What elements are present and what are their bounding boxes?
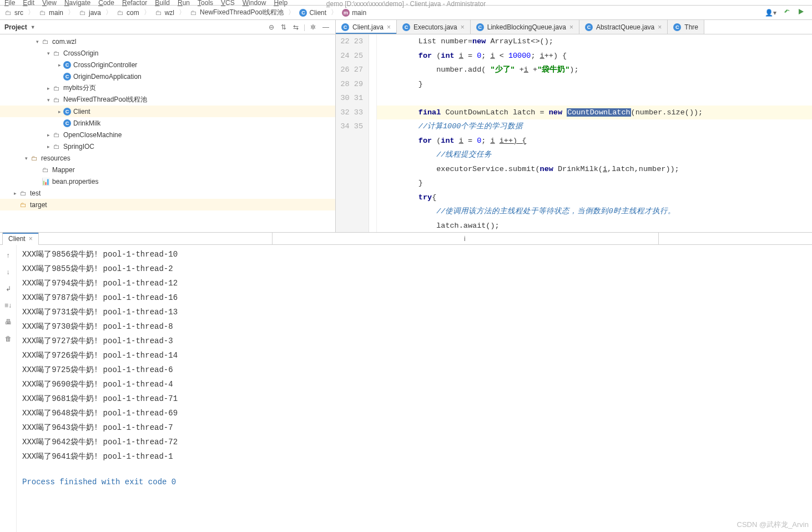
menubar: demo [D:\xxxx\xxxx\demo] - Client.java -… (0, 0, 812, 6)
editor-tab-linkedblockingqueue-java[interactable]: CLinkedBlockingQueue.java× (471, 20, 579, 34)
tree-item-origindemoapplication[interactable]: COriginDemoApplication (0, 71, 335, 82)
editor-tab-abstractqueue-java[interactable]: CAbstractQueue.java× (579, 20, 668, 34)
down-arrow-icon[interactable]: ↓ (2, 266, 14, 278)
class-icon: C (476, 23, 484, 31)
tree-label: DrinkMilk (73, 119, 100, 127)
chevron-right-icon: 〉 (331, 8, 337, 17)
tree-item-springioc[interactable]: ▸🗀SpringIOC (0, 140, 335, 152)
console-line: XXX喝了9855袋牛奶! pool-1-thread-2 (22, 262, 806, 276)
status-char: i (464, 235, 466, 243)
user-icon[interactable]: 👤▾ (765, 9, 776, 17)
tree-item-drinkmilk[interactable]: CDrinkMilk (0, 117, 335, 129)
console-output[interactable]: XXX喝了9856袋牛奶! pool-1-thread-10XXX喝了9855袋… (17, 245, 812, 532)
editor-body[interactable]: 22 23 24 25 26 27 28 29 30 31 32 33 34 3… (336, 34, 812, 232)
editor-tab-thre[interactable]: CThre (668, 20, 704, 34)
collapse-icon[interactable]: ⊖ (267, 23, 276, 31)
folder-icon: 🗀 (39, 9, 47, 17)
console-line: XXX喝了9787袋牛奶! pool-1-thread-16 (22, 290, 806, 305)
expand-icon[interactable]: ⇅ (279, 23, 288, 31)
console-line: XXX喝了9725袋牛奶! pool-1-thread-6 (22, 363, 806, 377)
close-icon[interactable]: × (658, 23, 662, 31)
tree-item-crossorigincontroller[interactable]: ▸CCrossOriginController (0, 59, 335, 71)
delete-icon[interactable]: 🗑 (2, 333, 14, 345)
editor-tabs: CClient.java×CExecutors.java×CLinkedBloc… (336, 20, 812, 34)
breadcrumb-java[interactable]: 🗀java (78, 9, 102, 17)
dropdown-icon[interactable]: ▼ (31, 24, 36, 30)
tree-item-resources[interactable]: ▾🗀resources (0, 152, 335, 164)
tab-label: Client.java (352, 23, 384, 31)
soft-wrap-icon[interactable]: ↲ (2, 283, 14, 295)
breadcrumb-main[interactable]: mmain (341, 9, 367, 17)
expand-arrow-icon[interactable]: ▸ (56, 62, 63, 68)
tab-label: AbstractQueue.java (596, 23, 654, 31)
expand-arrow-icon[interactable]: ▾ (33, 39, 41, 44)
tree-label: CrossOrigin (63, 49, 98, 57)
breadcrumb-com[interactable]: 🗀com (115, 9, 140, 17)
expand-arrow-icon[interactable]: ▸ (44, 132, 52, 138)
tree-item-target[interactable]: 🗀target (0, 199, 335, 210)
method-icon: m (342, 9, 350, 17)
tree-label: NewFixedThreadPool线程池 (63, 95, 147, 104)
tree-item-client[interactable]: ▸CClient (0, 106, 335, 117)
run-icon[interactable] (798, 8, 804, 17)
breadcrumb-wzl[interactable]: 🗀wzl (154, 9, 175, 17)
tree-item-newfixedthreadpool-[interactable]: ▾🗀NewFixedThreadPool线程池 (0, 94, 335, 106)
breadcrumb-newfixedthreadpool线程池[interactable]: 🗀NewFixedThreadPool线程池 (189, 8, 285, 17)
expand-arrow-icon[interactable]: ▸ (44, 86, 52, 91)
tree-label: com.wzl (52, 38, 76, 46)
close-icon[interactable]: × (29, 235, 33, 243)
breadcrumb-client[interactable]: CClient (298, 9, 327, 17)
tree-item-crossorigin[interactable]: ▾🗀CrossOrigin (0, 47, 335, 59)
folder-icon: 🗀 (155, 9, 163, 17)
hammer-icon[interactable] (783, 8, 791, 17)
fold-gutter[interactable] (369, 34, 377, 232)
tree-item-mybits-[interactable]: ▸🗀mybits分页 (0, 82, 335, 94)
console-line: XXX喝了9642袋牛奶! pool-1-thread-72 (22, 435, 806, 449)
breadcrumb-main[interactable]: 🗀main (38, 9, 64, 17)
tree-label: mybits分页 (63, 83, 96, 93)
tree-label: Client (73, 108, 90, 116)
minimize-icon[interactable]: — (321, 23, 331, 31)
project-tree[interactable]: ▾🗀com.wzl▾🗀CrossOrigin▸CCrossOriginContr… (0, 34, 335, 232)
breadcrumb-src[interactable]: 🗀src (3, 9, 24, 17)
tab-label: Thre (684, 23, 698, 31)
expand-arrow-icon[interactable]: ▾ (44, 51, 52, 56)
expand-arrow-icon[interactable]: ▾ (44, 97, 52, 103)
class-icon: C (585, 23, 593, 31)
code-area[interactable]: List number=new ArrayList<>(); for (int … (377, 34, 812, 232)
tree-label: target (30, 201, 47, 209)
gear-icon[interactable]: ✲ (309, 23, 317, 31)
tree-label: test (30, 189, 41, 197)
up-arrow-icon[interactable]: ↑ (2, 249, 14, 262)
console-line: XXX喝了9643袋牛奶! pool-1-thread-7 (22, 420, 806, 435)
tree-label: OpenCloseMachine (63, 131, 122, 139)
chevron-right-icon: 〉 (68, 8, 74, 17)
class-icon: C (341, 23, 349, 31)
package-icon: 🗀 (52, 143, 61, 150)
close-icon[interactable]: × (461, 23, 465, 31)
console-toolbar: ↑ ↓ ↲ ≡↓ 🖶 🗑 (0, 245, 17, 532)
editor-tab-client-java[interactable]: CClient.java× (336, 20, 397, 34)
tree-item-com-wzl[interactable]: ▾🗀com.wzl (0, 36, 335, 47)
expand-arrow-icon[interactable]: ▸ (56, 109, 63, 114)
folder-icon: 🗀 (79, 9, 87, 17)
tree-item-openclosemachine[interactable]: ▸🗀OpenCloseMachine (0, 129, 335, 140)
tree-item-bean-properties[interactable]: 📊bean.properties (0, 175, 335, 187)
expand-arrow-icon[interactable]: ▸ (44, 144, 52, 149)
editor-tab-executors-java[interactable]: CExecutors.java× (397, 20, 471, 34)
expand-arrow-icon[interactable]: ▸ (11, 190, 19, 196)
expand-arrow-icon[interactable]: ▾ (22, 155, 30, 161)
close-icon[interactable]: × (569, 23, 573, 31)
folder-icon: 🗀 (190, 9, 198, 17)
close-icon[interactable]: × (387, 23, 391, 31)
tree-item-test[interactable]: ▸🗀test (0, 187, 335, 199)
run-tab-client[interactable]: Client × (2, 233, 39, 245)
run-tab-label: Client (8, 235, 26, 243)
tree-label: resources (41, 154, 70, 162)
scroll-icon[interactable]: ≡↓ (2, 299, 14, 312)
tree-label: Mapper (52, 166, 75, 174)
console-line: XXX喝了9648袋牛奶! pool-1-thread-69 (22, 406, 806, 420)
collapse-all-icon[interactable]: ⇆ (291, 23, 300, 31)
tree-item-mapper[interactable]: 🗀Mapper (0, 164, 335, 175)
print-icon[interactable]: 🖶 (2, 316, 14, 328)
